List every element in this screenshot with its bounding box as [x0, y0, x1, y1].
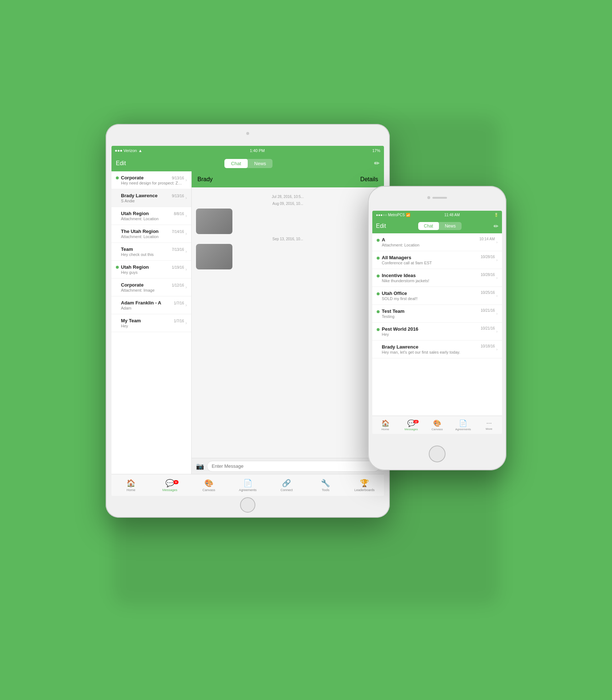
image-placeholder: [196, 244, 232, 269]
phone-chat-date: 10/18/16: [480, 344, 495, 350]
chat-list-item[interactable]: Adam Franklin - A 1/7/16 Adam ›: [111, 296, 191, 314]
message-timestamp: Sep 13, 2016, 10...: [196, 237, 380, 241]
chat-tab[interactable]: Chat: [224, 159, 247, 168]
phone-tab-icon: 📄: [459, 419, 467, 427]
phone-tab-icon: ···: [486, 419, 492, 427]
chat-item-preview: Hey guys: [121, 270, 184, 275]
signal-dot: [120, 150, 122, 152]
chat-list-item[interactable]: Utah Region 1/19/16 Hey guys ›: [111, 261, 191, 279]
phone-chevron-right-icon: ›: [496, 293, 498, 298]
chat-item-name: Brady Lawrence: [121, 193, 157, 198]
tablet-content: Corporate 9/13/16 Hey need design for pr…: [111, 171, 384, 474]
message-view-details[interactable]: Details: [360, 176, 378, 183]
chat-item-header: Utah Region 1/19/16: [121, 264, 184, 270]
chat-list-item[interactable]: Brady Lawrence 9/13/16 S Andie ›: [111, 189, 191, 207]
phone-unread-dot: [377, 292, 380, 295]
phone-chat-item[interactable]: Test Team 10/21/16 Testing ›: [372, 305, 502, 323]
tablet-battery: 17%: [372, 148, 380, 153]
tablet-home-button[interactable]: [240, 497, 255, 513]
tab-label: Agreements: [239, 488, 257, 492]
camera-icon[interactable]: 📷: [196, 462, 204, 470]
message-list: Jul 28, 2016, 10:5...Aug 09, 2016, 10...…: [192, 187, 384, 458]
chat-list-item[interactable]: Corporate 1/12/16 Attachment: Image ›: [111, 279, 191, 296]
chat-list-item[interactable]: The Utah Region 7/14/16 Attachment: Loca…: [111, 225, 191, 243]
tablet-time: 1:40 PM: [250, 148, 265, 153]
phone-tab-item-messages[interactable]: 💬 Messages 12: [398, 419, 424, 431]
message-timestamp: Aug 09, 2016, 10...: [196, 202, 380, 206]
chat-item-body: Utah Region 1/19/16 Hey guys: [121, 264, 184, 275]
phone-chat-date: 10:14 AM: [479, 237, 495, 242]
phone-chat-item[interactable]: Utah Office 10/25/16 SOLD my first deal!…: [372, 287, 502, 305]
chat-item-preview: Hey check out this: [121, 252, 184, 257]
phone-compose-button[interactable]: ✏: [494, 223, 498, 230]
chat-list-item[interactable]: Team 7/13/16 Hey check out this ›: [111, 243, 191, 261]
chat-item-name: My Team: [121, 318, 141, 323]
chat-list-item[interactable]: Utah Region 8/8/16 Attachment: Location …: [111, 207, 191, 225]
unread-dot: [116, 230, 119, 233]
phone-chat-preview: SOLD my first deal!!: [382, 296, 495, 301]
message-bubble-container: [196, 244, 380, 269]
tab-icon: 📄: [243, 479, 252, 487]
phone-chat-item[interactable]: Brady Lawrence 10/18/16 Hey man, let's g…: [372, 341, 502, 358]
news-tab[interactable]: News: [248, 159, 273, 168]
chevron-right-icon: ›: [185, 320, 187, 326]
chat-item-body: Utah Region 8/8/16 Attachment: Location: [121, 211, 184, 221]
chat-item-body: Adam Franklin - A 1/7/16 Adam: [121, 300, 184, 310]
unread-dot: [116, 176, 119, 179]
tablet-status-left: Verizon ▲: [115, 148, 142, 153]
unread-dot: [116, 302, 119, 304]
tab-item-agreements[interactable]: 📄 Agreements: [228, 479, 267, 492]
phone-chat-item[interactable]: Pest World 2016 10/21/16 Hey ›: [372, 323, 502, 341]
phone-chat-preview: Hey man, let's get our first sales early…: [382, 350, 495, 354]
chat-list-item[interactable]: My Team 1/7/16 Hey ›: [111, 314, 191, 332]
compose-button[interactable]: ✏: [374, 159, 380, 167]
tab-label: Home: [126, 488, 135, 492]
phone-chat-body: Brady Lawrence 10/18/16 Hey man, let's g…: [382, 344, 495, 354]
phone-chat-item[interactable]: All Managers 10/28/16 Conference call at…: [372, 251, 502, 269]
edit-button[interactable]: Edit: [116, 160, 126, 167]
chat-item-date: 1/12/16: [172, 283, 184, 287]
chat-item-date: 9/13/16: [172, 194, 184, 198]
tab-item-messages[interactable]: 💬 Messages 3: [150, 479, 189, 492]
phone-status-bar: ●●●○○ MetroPCS 📶 11:48 AM 🔋: [372, 211, 502, 219]
chat-item-header: Adam Franklin - A 1/7/16: [121, 300, 184, 306]
signal-dot: [118, 150, 119, 152]
tab-item-canvass[interactable]: 🎨 Canvass: [189, 479, 228, 492]
phone-tab-label: Agreements: [455, 428, 471, 431]
tablet-navbar: Edit Chat News ✏: [111, 155, 384, 171]
chat-item-body: My Team 1/7/16 Hey: [121, 318, 184, 328]
phone-chevron-right-icon: ›: [496, 276, 498, 280]
phone-chat-tab[interactable]: Chat: [418, 222, 439, 230]
message-input[interactable]: [207, 461, 380, 472]
phone-chat-date: 10/21/16: [480, 326, 495, 332]
chevron-right-icon: ›: [185, 267, 187, 272]
phone-tab-item-home[interactable]: 🏠 Home: [372, 419, 398, 431]
tab-item-tools[interactable]: 🔧 Tools: [306, 479, 345, 492]
tab-item-home[interactable]: 🏠 Home: [111, 479, 150, 492]
message-image: [196, 209, 232, 234]
chat-list-item[interactable]: Corporate 9/13/16 Hey need design for pr…: [111, 171, 191, 189]
chat-item-preview: Hey need design for prospect: Zac kerr: [121, 181, 184, 185]
phone-news-tab[interactable]: News: [439, 222, 462, 230]
phone-tab-item-more[interactable]: ··· More: [476, 419, 502, 431]
phone-speaker: [432, 197, 447, 199]
tab-item-leaderboards[interactable]: 🏆 Leaderboards: [345, 479, 384, 492]
message-view-header: Brady Details: [192, 171, 384, 187]
phone-unread-dot: [377, 239, 380, 242]
phone-chat-preview: Conference call at 9am EST: [382, 261, 495, 265]
tab-label: Messages: [162, 488, 177, 492]
message-bubble-container: [196, 209, 380, 234]
phone-chat-item[interactable]: A 10:14 AM Attachment: Location ›: [372, 233, 502, 251]
phone-chat-item[interactable]: Incentive Ideas 10/28/16 Nike thundersto…: [372, 269, 502, 287]
phone-tab-item-canvass[interactable]: 🎨 Canvass: [424, 419, 450, 431]
phone-home-button[interactable]: [429, 446, 446, 462]
phone-chat-preview: Testing: [382, 314, 495, 319]
phone-edit-button[interactable]: Edit: [376, 223, 386, 229]
tab-item-connect[interactable]: 🔗 Connect: [267, 479, 306, 492]
chat-item-date: 7/14/16: [172, 230, 184, 234]
phone-nav-tabs: Chat News: [418, 222, 462, 230]
chat-item-header: Corporate 1/12/16: [121, 282, 184, 288]
phone-tab-item-agreements[interactable]: 📄 Agreements: [450, 419, 476, 431]
message-timestamp: Jul 28, 2016, 10:5...: [196, 195, 380, 199]
tab-icon: 🔧: [321, 479, 330, 487]
